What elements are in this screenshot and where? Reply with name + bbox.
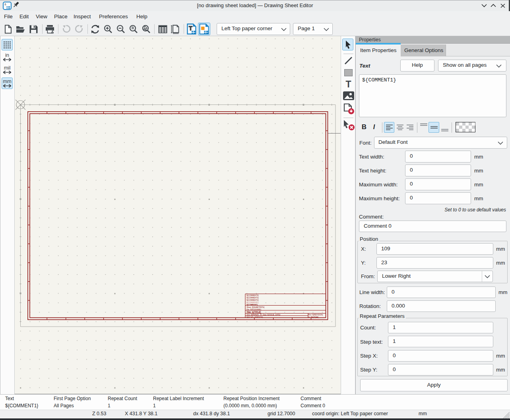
svg-text:in: in	[5, 52, 9, 58]
svg-text:mil: mil	[4, 65, 11, 71]
svg-text:mm: mm	[3, 78, 12, 84]
